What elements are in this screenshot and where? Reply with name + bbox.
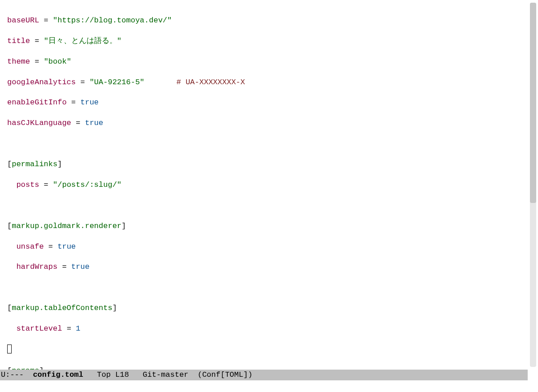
minibuffer[interactable] (0, 380, 528, 392)
toml-section: markup.goldmark.renderer (12, 222, 121, 230)
toml-section: params (12, 366, 39, 370)
text-cursor (7, 345, 12, 353)
toml-key: theme (7, 57, 30, 66)
modeline-mode: (Conf[TOML]) (198, 370, 252, 379)
toml-bool: true (80, 98, 99, 107)
toml-key: unsafe (16, 242, 43, 251)
toml-string: "UA-92216-5" (90, 78, 144, 86)
toml-string: "日々、とんは語る。" (44, 37, 121, 45)
scrollbar-track[interactable] (530, 3, 536, 367)
toml-bool: true (85, 119, 103, 127)
modeline-position: Top L18 (83, 370, 143, 379)
scrollbar[interactable] (528, 0, 538, 392)
editor-window: baseURL = "https://blog.tomoya.dev/" tit… (0, 0, 538, 392)
toml-string: "https://blog.tomoya.dev/" (53, 16, 172, 25)
toml-string: "book" (44, 57, 71, 66)
toml-key: posts (16, 181, 39, 189)
toml-key: baseURL (7, 16, 39, 25)
modeline-status: U:--- (1, 370, 33, 379)
toml-string: "/posts/:slug/" (53, 181, 121, 189)
scrollbar-thumb[interactable] (530, 3, 536, 203)
toml-key: startLevel (16, 324, 62, 333)
toml-number: 1 (76, 324, 80, 333)
toml-section: permalinks (12, 160, 57, 168)
toml-key: googleAnalytics (7, 78, 76, 86)
toml-comment: # UA-XXXXXXXX-X (144, 78, 245, 86)
toml-key: hasCJKLanguage (7, 119, 71, 127)
toml-bool: true (57, 242, 76, 251)
toml-bool: true (71, 263, 90, 271)
modeline-vc: Git-master (143, 370, 197, 379)
toml-section: markup.tableOfContents (12, 304, 112, 312)
modeline-filename: config.toml (33, 370, 83, 379)
toml-key: title (7, 37, 30, 45)
code-buffer[interactable]: baseURL = "https://blog.tomoya.dev/" tit… (0, 0, 528, 370)
editor-main: baseURL = "https://blog.tomoya.dev/" tit… (0, 0, 528, 392)
mode-line: U:--- config.toml Top L18 Git-master (Co… (0, 370, 528, 380)
toml-key: hardWraps (16, 263, 57, 271)
toml-key: enableGitInfo (7, 98, 67, 107)
